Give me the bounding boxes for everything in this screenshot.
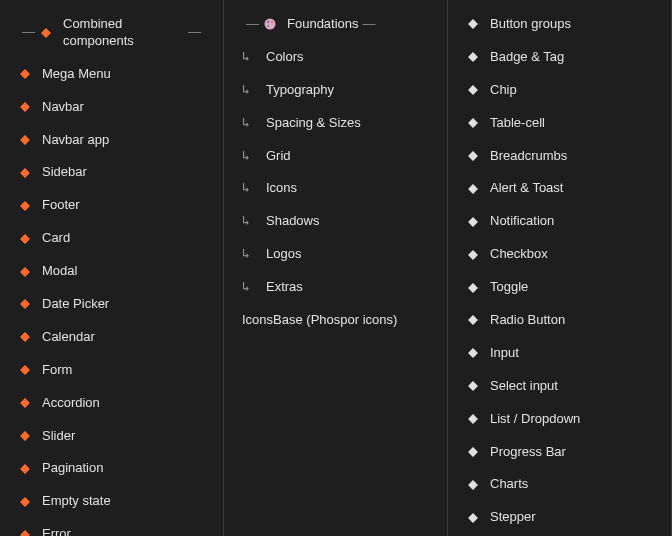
diamond-orange-icon bbox=[18, 166, 32, 180]
diamond-white-icon bbox=[466, 215, 480, 229]
nav-item[interactable]: Slider bbox=[0, 420, 223, 453]
nav-item[interactable]: Stepper bbox=[448, 501, 671, 534]
svg-rect-0 bbox=[41, 28, 51, 38]
svg-point-18 bbox=[271, 21, 273, 23]
nav-item[interactable]: Calendar bbox=[0, 321, 223, 354]
svg-rect-12 bbox=[20, 431, 30, 441]
nav-item[interactable]: Form bbox=[0, 354, 223, 387]
nav-item[interactable]: Badge & Tag bbox=[448, 41, 671, 74]
nav-item[interactable]: Footer bbox=[0, 189, 223, 222]
nav-item-label: Mega Menu bbox=[42, 66, 111, 83]
nav-item-label: Extras bbox=[266, 279, 303, 296]
svg-point-16 bbox=[265, 19, 276, 30]
nav-item-label: Notification bbox=[490, 213, 554, 230]
diamond-orange-icon bbox=[39, 26, 53, 40]
nav-item[interactable]: Toggle bbox=[448, 271, 671, 304]
column-foundations: — Foundations — ↳Colors↳Typography↳Spaci… bbox=[224, 0, 448, 536]
nav-item-label: Icons bbox=[266, 180, 297, 197]
nav-item-iconsbase[interactable]: IconsBase (Phospor icons) bbox=[224, 304, 447, 335]
nav-item[interactable]: ↳Logos bbox=[224, 238, 447, 271]
nav-item-label: Pagination bbox=[42, 460, 103, 477]
nav-item[interactable]: Radio Button bbox=[448, 304, 671, 337]
diamond-white-icon bbox=[466, 248, 480, 262]
nav-item[interactable]: Accordion bbox=[0, 387, 223, 420]
svg-point-17 bbox=[267, 21, 269, 23]
nav-item[interactable]: Empty state bbox=[0, 485, 223, 518]
sub-arrow-icon: ↳ bbox=[242, 49, 256, 66]
svg-rect-22 bbox=[468, 85, 478, 95]
nav-item-label: Form bbox=[42, 362, 72, 379]
nav-item[interactable]: Button groups bbox=[448, 8, 671, 41]
diamond-orange-icon bbox=[18, 100, 32, 114]
nav-item-label: Date Picker bbox=[42, 296, 109, 313]
nav-item[interactable]: ↳Typography bbox=[224, 74, 447, 107]
svg-rect-1 bbox=[20, 69, 30, 79]
nav-item[interactable]: Modal bbox=[0, 255, 223, 288]
column-combined-components: — Combined components — Mega MenuNavbarN… bbox=[0, 0, 224, 536]
diamond-orange-icon bbox=[18, 297, 32, 311]
nav-item[interactable]: Card bbox=[0, 222, 223, 255]
nav-item[interactable]: Select input bbox=[448, 370, 671, 403]
dash-decorator: — bbox=[22, 24, 35, 41]
nav-item[interactable]: Charts bbox=[448, 468, 671, 501]
nav-item[interactable]: Sidebar bbox=[0, 156, 223, 189]
diamond-orange-icon bbox=[18, 232, 32, 246]
nav-item-label: Grid bbox=[266, 148, 291, 165]
sub-arrow-icon: ↳ bbox=[242, 82, 256, 99]
nav-item-label: List / Dropdown bbox=[490, 411, 580, 428]
nav-item[interactable]: List / Dropdown bbox=[448, 403, 671, 436]
diamond-orange-icon bbox=[18, 330, 32, 344]
nav-item[interactable]: ↳Icons bbox=[224, 172, 447, 205]
sub-arrow-icon: ↳ bbox=[242, 279, 256, 296]
nav-item-label: Accordion bbox=[42, 395, 100, 412]
nav-item[interactable]: Alert & Toast bbox=[448, 172, 671, 205]
nav-item[interactable]: ↳Spacing & Sizes bbox=[224, 107, 447, 140]
nav-item-label: Charts bbox=[490, 476, 528, 493]
nav-item-label: Sidebar bbox=[42, 164, 87, 181]
svg-rect-30 bbox=[468, 348, 478, 358]
diamond-white-icon bbox=[466, 281, 480, 295]
nav-item-label: Stepper bbox=[490, 509, 536, 526]
svg-rect-15 bbox=[20, 530, 30, 536]
nav-item[interactable]: ↳Extras bbox=[224, 271, 447, 304]
nav-item[interactable]: ↳Shadows bbox=[224, 205, 447, 238]
nav-item-label: Shadows bbox=[266, 213, 319, 230]
svg-rect-23 bbox=[468, 118, 478, 128]
diamond-white-icon bbox=[466, 313, 480, 327]
section-header-combined[interactable]: — Combined components — bbox=[0, 8, 223, 58]
diamond-orange-icon bbox=[18, 396, 32, 410]
nav-item[interactable]: ↳Grid bbox=[224, 140, 447, 173]
nav-item-label: Select input bbox=[490, 378, 558, 395]
svg-rect-7 bbox=[20, 267, 30, 277]
dash-decorator: — bbox=[188, 24, 201, 41]
nav-item[interactable]: Navbar bbox=[0, 91, 223, 124]
svg-rect-4 bbox=[20, 168, 30, 178]
diamond-orange-icon bbox=[18, 363, 32, 377]
nav-item-label: Calendar bbox=[42, 329, 95, 346]
svg-rect-25 bbox=[468, 184, 478, 194]
nav-item-label: Card bbox=[42, 230, 70, 247]
nav-item[interactable]: Date Picker bbox=[0, 288, 223, 321]
diamond-white-icon bbox=[466, 50, 480, 64]
diamond-white-icon bbox=[466, 445, 480, 459]
section-header-foundations[interactable]: — Foundations — bbox=[224, 8, 447, 41]
section-header-label: Foundations bbox=[287, 16, 359, 33]
nav-item[interactable]: Progress Bar bbox=[448, 436, 671, 469]
nav-item[interactable]: Notification bbox=[448, 205, 671, 238]
svg-point-19 bbox=[267, 25, 269, 27]
nav-item[interactable]: Error bbox=[0, 518, 223, 536]
nav-item[interactable]: Checkbox bbox=[448, 238, 671, 271]
nav-item[interactable]: Mega Menu bbox=[0, 58, 223, 91]
nav-item[interactable]: Input bbox=[448, 337, 671, 370]
diamond-white-icon bbox=[466, 149, 480, 163]
nav-item-label: Input bbox=[490, 345, 519, 362]
nav-item[interactable]: Navbar app bbox=[0, 124, 223, 157]
nav-item[interactable]: Pagination bbox=[0, 452, 223, 485]
nav-item-label: Alert & Toast bbox=[490, 180, 563, 197]
nav-item-label: Slider bbox=[42, 428, 75, 445]
nav-item[interactable]: Table-cell bbox=[448, 107, 671, 140]
nav-item[interactable]: Breadcrumbs bbox=[448, 140, 671, 173]
nav-item[interactable]: ↳Colors bbox=[224, 41, 447, 74]
nav-item[interactable]: Chip bbox=[448, 74, 671, 107]
diamond-white-icon bbox=[466, 17, 480, 31]
